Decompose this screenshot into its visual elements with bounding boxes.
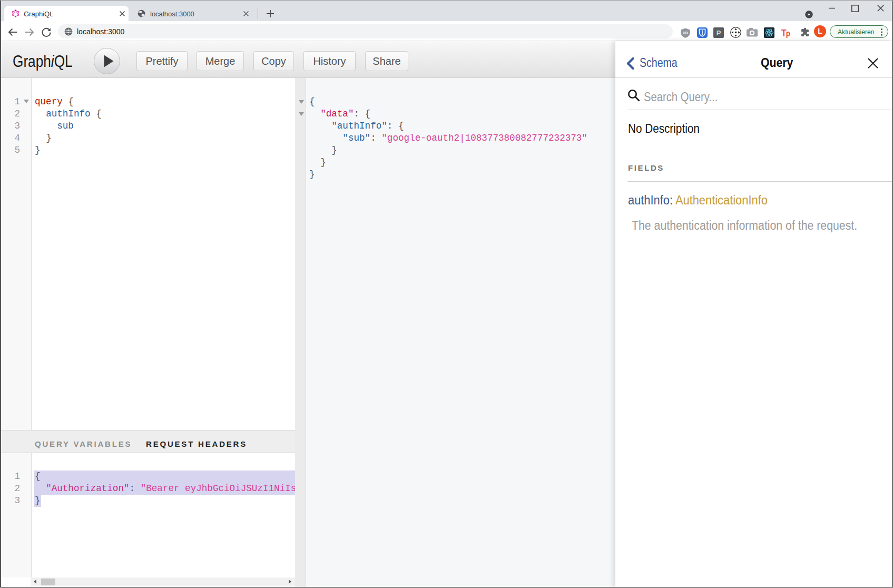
svg-text:P: P xyxy=(717,29,721,37)
svg-text:UD: UD xyxy=(683,31,688,35)
